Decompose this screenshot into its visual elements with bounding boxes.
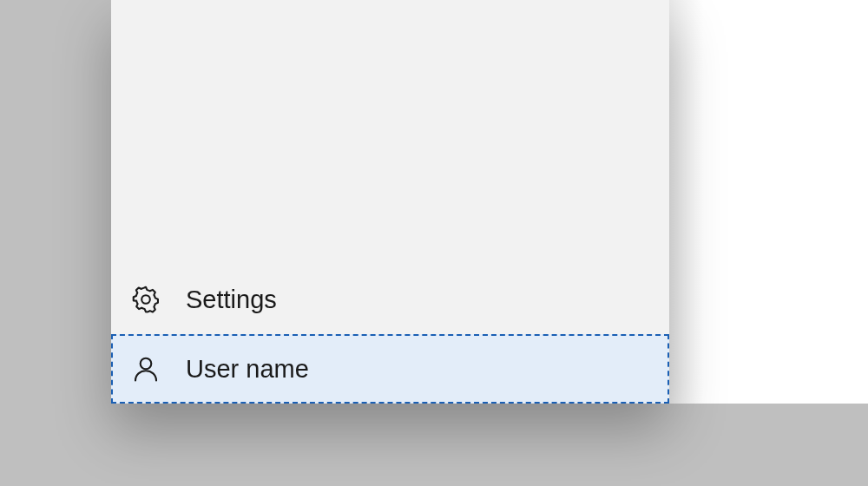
content-area — [669, 0, 868, 404]
person-icon — [130, 353, 168, 384]
nav-item-settings[interactable]: Settings — [111, 265, 669, 334]
gear-icon — [130, 284, 168, 315]
nav-item-label: User name — [186, 355, 309, 384]
svg-point-1 — [141, 358, 152, 370]
svg-point-0 — [141, 295, 150, 304]
nav-item-user[interactable]: User name — [111, 334, 669, 404]
navigation-panel: Settings User name — [111, 0, 669, 404]
nav-item-label: Settings — [186, 286, 277, 314]
